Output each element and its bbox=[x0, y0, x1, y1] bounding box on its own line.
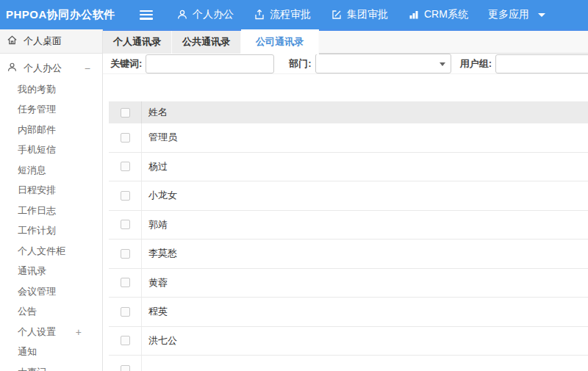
app-title: PHPOA协同办公软件 bbox=[0, 8, 140, 22]
tab-public-contacts[interactable]: 公共通讯录 bbox=[172, 29, 241, 54]
row-checkbox[interactable] bbox=[121, 191, 130, 201]
sidebar-item-contacts[interactable]: 通讯录 bbox=[0, 262, 102, 282]
contact-name bbox=[141, 356, 588, 371]
sidebar-item-label: 通讯录 bbox=[18, 264, 46, 278]
keyword-input[interactable] bbox=[146, 54, 274, 73]
user-icon bbox=[176, 9, 188, 21]
sidebar-item-meetings[interactable]: 会议管理 bbox=[0, 281, 102, 302]
tab-label: 公共通讯录 bbox=[182, 35, 230, 48]
table-row[interactable]: 郭靖 bbox=[109, 211, 588, 240]
row-checkbox[interactable] bbox=[121, 365, 130, 371]
table-row[interactable] bbox=[109, 356, 588, 371]
sidebar-item-label: 工作日志 bbox=[18, 204, 56, 217]
sidebar-item-sms[interactable]: 手机短信 bbox=[0, 140, 102, 161]
bar-chart-icon bbox=[408, 9, 420, 21]
sidebar-item-internal-mail[interactable]: 内部邮件 bbox=[0, 120, 102, 140]
main-content: 个人通讯录 公共通讯录 公司通讯录 关键词: 部门: 用户组: 姓名 bbox=[103, 29, 588, 371]
table-row[interactable]: 李莫愁 bbox=[109, 239, 588, 269]
nav-item-label: 集团审批 bbox=[347, 8, 388, 21]
sidebar-item-label: 短消息 bbox=[18, 164, 46, 177]
sidebar-group-personal-office[interactable]: 个人办公 − bbox=[0, 57, 102, 79]
home-icon bbox=[7, 35, 18, 48]
table-header-row: 姓名 bbox=[109, 101, 588, 123]
sidebar-item-work-plan[interactable]: 工作计划 bbox=[0, 221, 102, 242]
row-checkbox[interactable] bbox=[121, 249, 130, 259]
flow-approval-icon bbox=[254, 9, 265, 21]
sidebar-item-personal-desktop[interactable]: 个人桌面 bbox=[0, 29, 102, 54]
filter-bar: 关键词: 部门: 用户组: bbox=[103, 54, 588, 74]
hamburger-menu-icon[interactable] bbox=[140, 10, 153, 20]
contacts-table: 姓名 管理员 杨过 小龙女 郭靖 bbox=[109, 101, 588, 371]
row-checkbox[interactable] bbox=[121, 220, 130, 229]
row-checkbox[interactable] bbox=[121, 336, 130, 345]
collapse-icon[interactable]: − bbox=[85, 62, 90, 74]
nav-item-label: 个人办公 bbox=[193, 8, 234, 21]
tab-label: 个人通讯录 bbox=[113, 35, 161, 48]
person-icon bbox=[7, 62, 18, 75]
page-body: 个人桌面 个人办公 − 我的考勤 任务管理 内部邮件 手机短信 短消息 日程安排… bbox=[0, 29, 588, 371]
table-row[interactable]: 洪七公 bbox=[109, 327, 588, 356]
edit-square-icon bbox=[331, 9, 343, 21]
sidebar-item-label: 个人桌面 bbox=[24, 35, 62, 48]
nav-item-label: CRM系统 bbox=[424, 8, 468, 21]
sidebar-item-notifications[interactable]: 通知 bbox=[0, 342, 102, 363]
row-checkbox[interactable] bbox=[121, 307, 130, 317]
sidebar-item-announcements[interactable]: 公告 bbox=[0, 302, 102, 323]
tab-label: 公司通讯录 bbox=[256, 35, 304, 48]
nav-personal-office[interactable]: 个人办公 bbox=[176, 8, 234, 21]
nav-group-approval[interactable]: 集团审批 bbox=[331, 8, 388, 21]
expand-icon[interactable]: + bbox=[76, 326, 82, 338]
select-all-checkbox[interactable] bbox=[121, 108, 130, 118]
usergroup-label: 用户组: bbox=[460, 57, 492, 71]
sidebar-item-label: 个人文件柜 bbox=[18, 245, 65, 258]
table-row[interactable]: 杨过 bbox=[109, 153, 588, 182]
contact-name: 李莫愁 bbox=[141, 239, 588, 268]
usergroup-input[interactable] bbox=[495, 54, 588, 73]
sidebar-item-milestones[interactable]: 大事记 bbox=[0, 362, 102, 371]
sidebar-item-label: 我的考勤 bbox=[18, 83, 56, 96]
sidebar-item-label: 通知 bbox=[18, 345, 37, 359]
sidebar-item-label: 个人设置 bbox=[18, 325, 56, 339]
table-row[interactable]: 程英 bbox=[109, 298, 588, 327]
sidebar-item-tasks[interactable]: 任务管理 bbox=[0, 100, 102, 120]
sidebar-item-schedule[interactable]: 日程安排 bbox=[0, 181, 102, 201]
sidebar-item-label: 内部邮件 bbox=[18, 123, 56, 137]
sidebar-item-label: 任务管理 bbox=[18, 103, 56, 116]
sidebar-item-label: 工作计划 bbox=[18, 224, 56, 237]
table-row[interactable]: 黄蓉 bbox=[109, 269, 588, 298]
department-label: 部门: bbox=[289, 57, 311, 71]
table-row[interactable]: 小龙女 bbox=[109, 181, 588, 211]
sidebar-item-label: 手机短信 bbox=[18, 143, 56, 156]
contact-name: 洪七公 bbox=[141, 327, 588, 356]
contact-name: 程英 bbox=[141, 298, 588, 326]
nav-item-label: 流程审批 bbox=[270, 8, 311, 21]
contact-name: 郭靖 bbox=[141, 211, 588, 239]
top-bar: PHPOA协同办公软件 个人办公 流程 bbox=[0, 0, 588, 29]
sidebar-item-work-log[interactable]: 工作日志 bbox=[0, 201, 102, 221]
department-select[interactable] bbox=[315, 54, 451, 73]
sidebar-item-label: 大事记 bbox=[18, 366, 46, 371]
tab-bar: 个人通讯录 公共通讯录 公司通讯录 bbox=[103, 29, 588, 54]
name-column-header: 姓名 bbox=[141, 101, 588, 123]
sidebar-item-short-message[interactable]: 短消息 bbox=[0, 160, 102, 181]
keyword-label: 关键词: bbox=[110, 57, 142, 71]
sidebar-item-file-cabinet[interactable]: 个人文件柜 bbox=[0, 241, 102, 262]
sidebar-item-personal-settings[interactable]: 个人设置 + bbox=[0, 322, 102, 342]
sidebar-item-label: 公告 bbox=[18, 305, 37, 318]
nav-more-apps[interactable]: 更多应用 bbox=[488, 8, 545, 21]
sidebar-item-label: 会议管理 bbox=[18, 285, 56, 298]
sidebar-item-label: 日程安排 bbox=[18, 184, 56, 197]
select-caret-icon bbox=[440, 62, 445, 66]
sidebar-item-attendance[interactable]: 我的考勤 bbox=[0, 79, 102, 100]
app-window: PHPOA协同办公软件 个人办公 流程 bbox=[0, 0, 588, 371]
row-checkbox[interactable] bbox=[121, 162, 130, 171]
table-row[interactable]: 管理员 bbox=[109, 123, 588, 153]
sidebar-group-label: 个人办公 bbox=[24, 62, 62, 75]
contact-name: 杨过 bbox=[141, 153, 588, 181]
tab-personal-contacts[interactable]: 个人通讯录 bbox=[103, 29, 172, 54]
row-checkbox[interactable] bbox=[121, 133, 130, 143]
nav-crm-system[interactable]: CRM系统 bbox=[408, 8, 468, 21]
row-checkbox[interactable] bbox=[121, 278, 130, 287]
tab-company-contacts[interactable]: 公司通讯录 bbox=[241, 29, 319, 54]
nav-flow-approval[interactable]: 流程审批 bbox=[254, 8, 311, 21]
